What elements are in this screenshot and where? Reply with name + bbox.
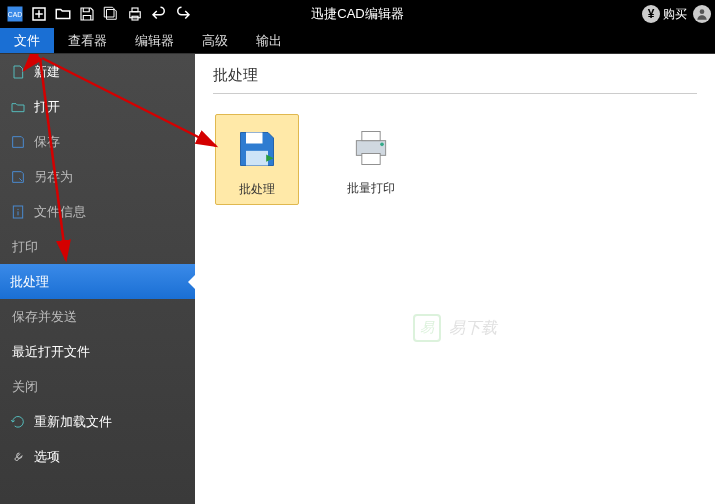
menubar: 文件 查看器 编辑器 高级 输出 <box>0 28 715 54</box>
save-as-icon <box>10 169 26 185</box>
content-item-batch[interactable]: 批处理 <box>215 114 299 205</box>
currency-icon: ¥ <box>642 5 660 23</box>
svg-rect-13 <box>246 151 268 166</box>
menu-editor[interactable]: 编辑器 <box>121 28 188 53</box>
content-area: 批处理 批处理 批量打印 易 易下载 <box>195 54 715 504</box>
sidebar-item-label: 文件信息 <box>34 203 86 221</box>
open-icon[interactable] <box>52 3 74 25</box>
sidebar-item-close[interactable]: 关闭 <box>0 369 195 404</box>
svg-rect-17 <box>362 154 380 165</box>
sidebar-item-save-as[interactable]: 另存为 <box>0 159 195 194</box>
sidebar-item-label: 重新加载文件 <box>34 413 112 431</box>
save-icon[interactable] <box>76 3 98 25</box>
app-title: 迅捷CAD编辑器 <box>311 5 403 23</box>
titlebar: CAD 迅捷CAD编辑器 ¥ 购买 <box>0 0 715 28</box>
sidebar-item-label: 最近打开文件 <box>12 343 90 361</box>
file-new-icon <box>10 64 26 80</box>
svg-rect-5 <box>130 12 141 18</box>
watermark-logo-icon: 易 <box>413 314 441 342</box>
user-button[interactable] <box>693 5 711 23</box>
app-logo-icon: CAD <box>4 3 26 25</box>
buy-button[interactable]: ¥ 购买 <box>642 5 687 23</box>
batch-print-icon <box>347 124 395 172</box>
menu-output[interactable]: 输出 <box>242 28 296 53</box>
sidebar-item-print[interactable]: 打印 <box>0 229 195 264</box>
content-item-batch-print[interactable]: 批量打印 <box>329 114 413 205</box>
sidebar-item-label: 另存为 <box>34 168 73 186</box>
sidebar-item-save-send[interactable]: 保存并发送 <box>0 299 195 334</box>
sidebar-item-label: 保存并发送 <box>12 308 77 326</box>
menu-file[interactable]: 文件 <box>0 28 54 53</box>
svg-text:CAD: CAD <box>8 11 22 18</box>
sidebar-item-reload[interactable]: 重新加载文件 <box>0 404 195 439</box>
sidebar-item-label: 关闭 <box>12 378 38 396</box>
sidebar-item-save[interactable]: 保存 <box>0 124 195 159</box>
menu-advanced[interactable]: 高级 <box>188 28 242 53</box>
sidebar-item-options[interactable]: 选项 <box>0 439 195 474</box>
file-info-icon <box>10 204 26 220</box>
sidebar-item-label: 新建 <box>34 63 60 81</box>
svg-rect-16 <box>362 132 380 141</box>
svg-rect-12 <box>246 133 263 144</box>
sidebar-item-label: 选项 <box>34 448 60 466</box>
svg-rect-6 <box>132 8 138 12</box>
svg-point-8 <box>700 9 705 14</box>
sidebar-item-batch[interactable]: 批处理 <box>0 264 195 299</box>
watermark-text: 易下载 <box>449 318 497 339</box>
user-icon <box>693 5 711 23</box>
watermark: 易 易下载 <box>413 314 497 342</box>
svg-point-10 <box>17 208 18 209</box>
sidebar-item-new[interactable]: 新建 <box>0 54 195 89</box>
sidebar-item-label: 批处理 <box>10 273 49 291</box>
wrench-icon <box>10 449 26 465</box>
menu-viewer[interactable]: 查看器 <box>54 28 121 53</box>
batch-save-icon <box>233 125 281 173</box>
svg-point-18 <box>380 143 384 147</box>
sidebar: 新建 打开 保存 另存为 文件信息 打印 批处理 保存并发送 最近打开文件 <box>0 54 195 504</box>
sidebar-item-label: 打印 <box>12 238 38 256</box>
sidebar-item-recent[interactable]: 最近打开文件 <box>0 334 195 369</box>
content-item-label: 批处理 <box>239 181 275 198</box>
content-title: 批处理 <box>213 66 697 94</box>
save-all-icon[interactable] <box>100 3 122 25</box>
sidebar-item-open[interactable]: 打开 <box>0 89 195 124</box>
new-icon[interactable] <box>28 3 50 25</box>
buy-label: 购买 <box>663 6 687 23</box>
redo-icon[interactable] <box>172 3 194 25</box>
save-icon <box>10 134 26 150</box>
print-icon[interactable] <box>124 3 146 25</box>
sidebar-item-label: 打开 <box>34 98 60 116</box>
folder-open-icon <box>10 99 26 115</box>
sidebar-item-file-info[interactable]: 文件信息 <box>0 194 195 229</box>
undo-icon[interactable] <box>148 3 170 25</box>
sidebar-item-label: 保存 <box>34 133 60 151</box>
reload-icon <box>10 414 26 430</box>
content-item-label: 批量打印 <box>347 180 395 197</box>
